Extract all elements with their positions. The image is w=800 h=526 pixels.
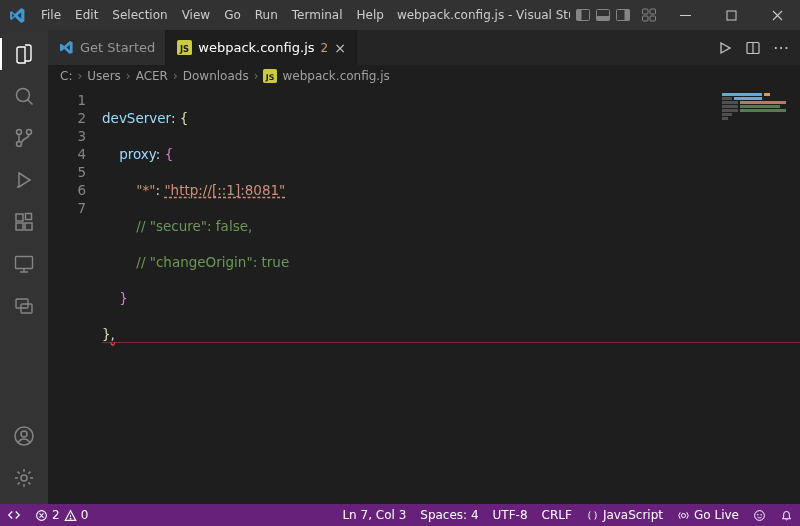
svg-point-36 — [757, 513, 758, 514]
menu-file[interactable]: File — [34, 0, 68, 30]
chevron-right-icon: › — [77, 69, 82, 83]
svg-point-13 — [27, 130, 32, 135]
svg-rect-17 — [16, 214, 23, 221]
status-notifications[interactable] — [773, 504, 800, 526]
svg-rect-3 — [597, 16, 610, 21]
split-editor-icon[interactable] — [744, 39, 762, 57]
token-brace: } — [119, 290, 128, 306]
status-remote[interactable] — [0, 504, 28, 526]
activity-live-share[interactable] — [0, 286, 48, 326]
run-icon[interactable] — [716, 39, 734, 57]
warning-count: 0 — [81, 508, 89, 522]
maximize-button[interactable] — [708, 0, 754, 30]
line-numbers: 1 2 3 4 5 6 7 — [48, 87, 102, 504]
breadcrumb-seg[interactable]: C: — [60, 69, 72, 83]
svg-point-15 — [17, 142, 22, 147]
status-language[interactable]: JavaScript — [579, 504, 670, 526]
token-brace: { — [180, 110, 189, 126]
status-go-live-label: Go Live — [694, 508, 739, 522]
svg-point-14 — [17, 130, 22, 135]
svg-rect-7 — [650, 9, 656, 14]
status-language-label: JavaScript — [603, 508, 663, 522]
menu-edit[interactable]: Edit — [68, 0, 105, 30]
token-error: , — [111, 326, 115, 342]
close-button[interactable] — [754, 0, 800, 30]
code-editor[interactable]: devServer: { proxy: { "*": "http://[::1]… — [102, 87, 800, 504]
svg-point-26 — [21, 475, 27, 481]
token-property: devServer — [102, 110, 171, 126]
activity-account[interactable] — [0, 416, 48, 456]
status-eol[interactable]: CRLF — [535, 504, 579, 526]
status-go-live[interactable]: Go Live — [670, 504, 746, 526]
activity-settings[interactable] — [0, 458, 48, 498]
svg-point-37 — [760, 513, 761, 514]
minimize-button[interactable] — [662, 0, 708, 30]
menu-selection[interactable]: Selection — [105, 0, 174, 30]
svg-rect-10 — [680, 15, 691, 16]
token-comment: // "changeOrigin": true — [136, 254, 289, 270]
menu-terminal[interactable]: Terminal — [285, 0, 350, 30]
menu-go[interactable]: Go — [217, 0, 248, 30]
status-problems[interactable]: 2 0 — [28, 504, 95, 526]
breadcrumb-seg[interactable]: Downloads — [183, 69, 249, 83]
chevron-right-icon: › — [254, 69, 259, 83]
token-brace: { — [165, 146, 174, 162]
status-spaces[interactable]: Spaces: 4 — [413, 504, 485, 526]
token-brace: } — [102, 326, 111, 342]
svg-point-25 — [21, 431, 27, 437]
tab-webpack-config[interactable]: JS webpack.config.js 2 × — [166, 30, 357, 65]
svg-point-35 — [755, 510, 765, 520]
token-comment: // "secure": false, — [136, 218, 252, 234]
tab-label: webpack.config.js — [198, 40, 314, 55]
error-count: 2 — [52, 508, 60, 522]
token-punc: : — [156, 146, 161, 162]
svg-rect-20 — [26, 214, 32, 220]
minimap[interactable] — [722, 93, 798, 121]
breadcrumb-seg[interactable]: Users — [87, 69, 121, 83]
chevron-right-icon: › — [173, 69, 178, 83]
activity-debug[interactable] — [0, 160, 48, 200]
status-feedback[interactable] — [746, 504, 773, 526]
token-punc: : — [156, 182, 161, 198]
layout-bottom-icon[interactable] — [594, 6, 612, 24]
status-encoding[interactable]: UTF-8 — [486, 504, 535, 526]
customize-layout-icon[interactable] — [640, 6, 658, 24]
menu-help[interactable]: Help — [350, 0, 391, 30]
svg-point-34 — [682, 513, 686, 517]
token-string: "*" — [136, 182, 155, 198]
menu-view[interactable]: View — [175, 0, 217, 30]
svg-text:JS: JS — [179, 44, 189, 54]
token-property: proxy — [119, 146, 156, 162]
tab-label: Get Started — [80, 40, 155, 55]
vscode-icon — [58, 40, 74, 56]
svg-rect-18 — [16, 223, 23, 230]
js-file-icon: JS — [176, 40, 192, 56]
breadcrumb[interactable]: C:› Users› ACER› Downloads› JS webpack.c… — [48, 65, 800, 87]
token-punc: : — [171, 110, 176, 126]
svg-rect-1 — [577, 10, 582, 21]
tab-dirty-count: 2 — [321, 41, 329, 55]
svg-text:JS: JS — [265, 73, 275, 82]
menu-run[interactable]: Run — [248, 0, 285, 30]
tab-get-started[interactable]: Get Started — [48, 30, 166, 65]
layout-right-icon[interactable] — [614, 6, 632, 24]
activity-search[interactable] — [0, 76, 48, 116]
svg-point-16 — [17, 186, 19, 188]
status-cursor[interactable]: Ln 7, Col 3 — [335, 504, 413, 526]
menubar: File Edit Selection View Go Run Terminal… — [34, 0, 391, 30]
svg-rect-9 — [650, 16, 656, 21]
layout-left-icon[interactable] — [574, 6, 592, 24]
chevron-right-icon: › — [126, 69, 131, 83]
activity-extensions[interactable] — [0, 202, 48, 242]
svg-rect-6 — [643, 9, 649, 14]
svg-point-33 — [70, 518, 71, 519]
vscode-logo — [0, 7, 34, 24]
more-icon[interactable]: ⋯ — [772, 39, 790, 57]
activity-remote-explorer[interactable] — [0, 244, 48, 284]
breadcrumb-seg[interactable]: ACER — [136, 69, 168, 83]
activity-scm[interactable] — [0, 118, 48, 158]
svg-rect-5 — [625, 10, 630, 21]
tab-close-icon[interactable]: × — [334, 41, 346, 55]
activity-explorer[interactable] — [0, 34, 48, 74]
breadcrumb-seg[interactable]: webpack.config.js — [282, 69, 389, 83]
